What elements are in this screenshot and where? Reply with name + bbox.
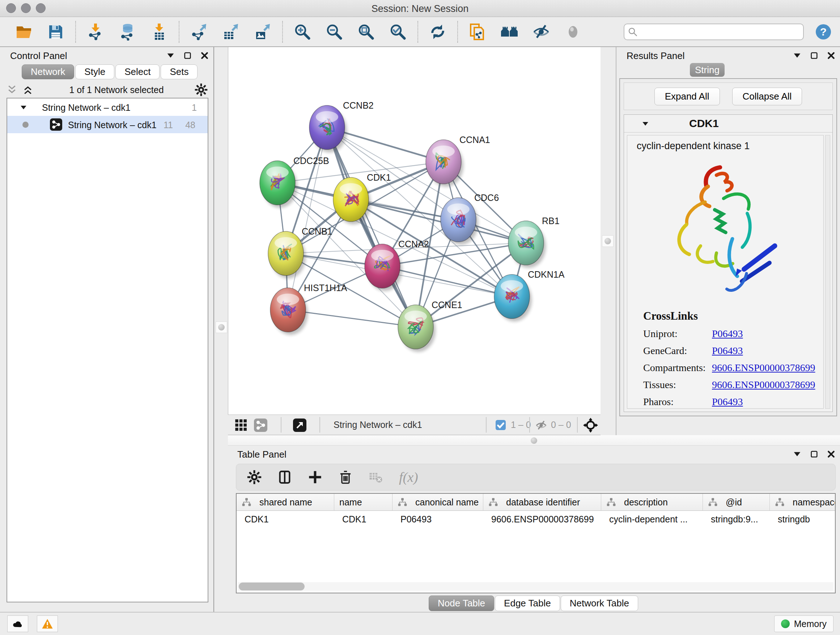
network-node-RB1[interactable]: RB1: [508, 216, 560, 268]
section-expand-icon[interactable]: [641, 120, 649, 128]
network-collection-row[interactable]: String Network – cdk1 1: [7, 98, 208, 116]
add-icon[interactable]: [308, 470, 322, 485]
network-node-CDKN1A[interactable]: CDKN1A: [494, 269, 565, 321]
scrollbar-thumb[interactable]: [239, 583, 305, 591]
network-graph[interactable]: CCNB2CCNA1CDC25BCDK1CDC6RB1CCNB1CCNA2CDK…: [228, 47, 601, 415]
zoom-selected-button[interactable]: [389, 23, 407, 41]
refresh-button[interactable]: [429, 23, 447, 41]
selected-nodes-checkbox[interactable]: [496, 420, 506, 430]
help-button[interactable]: ?: [815, 23, 832, 41]
column-header-database-identifier[interactable]: database identifier: [483, 494, 601, 510]
network-canvas[interactable]: CCNB2CCNA1CDC25BCDK1CDC6RB1CCNB1CCNA2CDK…: [228, 47, 600, 415]
cloud-button[interactable]: [7, 616, 28, 632]
column-header-name[interactable]: name: [334, 494, 393, 510]
table-row[interactable]: CDK1CDK1P064939606.ENSP00000378699cyclin…: [237, 511, 835, 527]
hide-selected-button[interactable]: [532, 23, 550, 41]
open-session-button[interactable]: [15, 23, 33, 41]
tab-network-table[interactable]: Network Table: [561, 595, 638, 611]
import-database-button[interactable]: [118, 23, 136, 41]
tab-style[interactable]: Style: [75, 65, 114, 79]
network-node-CDK1[interactable]: CDK1: [333, 172, 391, 225]
tab-node-table[interactable]: Node Table: [429, 595, 494, 611]
left-splitter-handle[interactable]: [216, 321, 227, 333]
network-node-CCNA2[interactable]: CCNA2: [365, 239, 429, 291]
panel-close-icon[interactable]: [827, 51, 836, 60]
hidden-items-icon[interactable]: [535, 420, 547, 431]
memory-button[interactable]: Memory: [774, 616, 834, 632]
panel-close-icon[interactable]: [827, 450, 836, 459]
results-vertical-scrollbar[interactable]: [825, 135, 830, 409]
search-input[interactable]: [624, 24, 804, 40]
network-node-HIST1H1A[interactable]: HIST1H1A: [270, 283, 347, 335]
export-table-button[interactable]: [222, 23, 240, 41]
panel-menu-icon[interactable]: [166, 51, 175, 60]
crosslink-link[interactable]: P06493: [712, 396, 743, 408]
network-row[interactable]: String Network – cdk1 11 48: [7, 116, 208, 133]
function-builder-icon[interactable]: f(x): [399, 469, 418, 485]
crosslink-row: Tissues:9606.ENSP00000378699: [643, 379, 823, 391]
column-header-shared-name[interactable]: shared name: [237, 494, 334, 510]
open-in-window-icon[interactable]: [293, 418, 306, 432]
crosslink-link[interactable]: P06493: [712, 328, 743, 340]
export-image-button[interactable]: [254, 23, 271, 41]
tab-edge-table[interactable]: Edge Table: [495, 595, 560, 611]
panel-float-icon[interactable]: [810, 51, 819, 60]
table-panel: Table Panel f(x) shared namenamecanonica…: [228, 446, 840, 612]
panel-float-icon[interactable]: [183, 51, 192, 60]
fit-content-crosshair-icon[interactable]: [583, 418, 598, 432]
protein-section-header[interactable]: CDK1: [624, 115, 832, 133]
horizontal-splitter[interactable]: [228, 435, 840, 446]
panel-float-icon[interactable]: [810, 450, 819, 459]
export-network-button[interactable]: [190, 23, 208, 41]
column-header-@id[interactable]: @id: [703, 494, 770, 510]
table-cell: stringdb:9...: [703, 514, 770, 524]
expand-all-networks-icon[interactable]: [6, 84, 17, 95]
network-type-icon[interactable]: [254, 418, 267, 432]
column-header-namespace[interactable]: namespace: [770, 494, 836, 510]
clone-network-button[interactable]: [469, 23, 486, 41]
control-panel-tabs: Network Style Select Sets: [22, 65, 199, 79]
network-node-CCNA1[interactable]: CCNA1: [426, 135, 490, 187]
expand-all-button[interactable]: Expand All: [654, 88, 720, 105]
crosslink-link[interactable]: P06493: [712, 345, 743, 356]
network-list: String Network – cdk1 1 String Network –…: [6, 98, 208, 602]
tab-select[interactable]: Select: [115, 65, 159, 79]
network-node-CCNE1[interactable]: CCNE1: [398, 300, 462, 352]
show-all-button[interactable]: [564, 23, 582, 41]
shared-column-icon: [398, 497, 407, 507]
import-table-button[interactable]: [150, 23, 168, 41]
collection-count: 1: [192, 103, 197, 113]
toolbar-separator: [457, 21, 458, 43]
tab-sets[interactable]: Sets: [161, 65, 197, 79]
network-node-CCNB2[interactable]: CCNB2: [309, 100, 374, 152]
zoom-in-button[interactable]: [294, 23, 311, 41]
home-button[interactable]: [501, 23, 518, 41]
network-options-gear-icon[interactable]: [195, 83, 208, 96]
crosslink-link[interactable]: 9606.ENSP00000378699: [712, 362, 815, 374]
right-splitter-handle[interactable]: [602, 235, 614, 247]
tab-string[interactable]: String: [690, 63, 725, 77]
panel-menu-icon[interactable]: [793, 450, 802, 459]
network-node-CDC6[interactable]: CDC6: [441, 193, 499, 245]
table-horizontal-scrollbar[interactable]: [238, 582, 834, 591]
column-header-description[interactable]: description: [601, 494, 703, 510]
delete-table-icon[interactable]: [369, 470, 383, 485]
import-network-button[interactable]: [87, 23, 104, 41]
trash-icon[interactable]: [338, 470, 353, 485]
crosslink-link[interactable]: 9606.ENSP00000378699: [712, 379, 815, 391]
birds-eye-view-icon[interactable]: [234, 418, 248, 432]
network-node-CCNB1[interactable]: CCNB1: [268, 226, 332, 279]
panel-menu-icon[interactable]: [793, 51, 802, 60]
zoom-fit-button[interactable]: [357, 23, 375, 41]
gear-icon[interactable]: [247, 470, 262, 485]
tab-network[interactable]: Network: [22, 65, 74, 79]
collection-expand-icon[interactable]: [19, 103, 27, 111]
zoom-out-button[interactable]: [325, 23, 343, 41]
collapse-all-networks-icon[interactable]: [22, 84, 33, 95]
save-session-button[interactable]: [47, 23, 65, 41]
column-header-canonical-name[interactable]: canonical name: [393, 494, 483, 510]
columns-icon[interactable]: [278, 470, 292, 485]
panel-close-icon[interactable]: [200, 51, 209, 60]
warnings-button[interactable]: [37, 616, 58, 632]
collapse-all-button[interactable]: Collapse All: [732, 88, 802, 105]
